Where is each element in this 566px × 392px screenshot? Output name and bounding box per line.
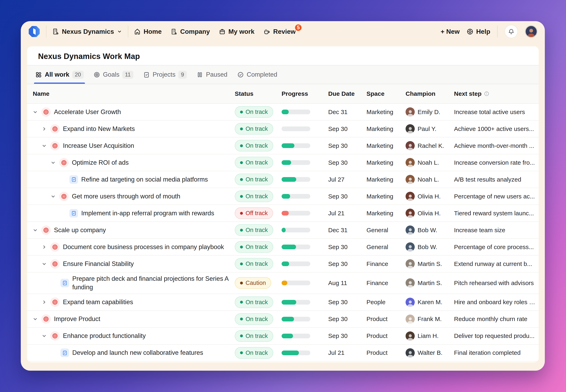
- row-name-label: Prepare pitch deck and financial project…: [72, 275, 232, 292]
- new-button[interactable]: + New: [441, 28, 460, 35]
- table-row[interactable]: Accelerate User Growth On track Dec 31 M…: [27, 104, 539, 121]
- column-header-next-step: Next step: [454, 90, 539, 97]
- champion-avatar: [405, 175, 415, 184]
- table-row[interactable]: Develop and launch new collaborative fea…: [27, 345, 539, 362]
- nav-item-review[interactable]: Review: [264, 28, 296, 35]
- row-name-label: Increase User Acquisition: [63, 141, 134, 150]
- due-date: Jul 21: [328, 349, 367, 356]
- goal-target-icon: [41, 225, 51, 235]
- table-row[interactable]: Prepare pitch deck and financial project…: [27, 272, 539, 294]
- table-row[interactable]: Scale up company On track Dec 31 General…: [27, 222, 539, 239]
- expand-toggle[interactable]: [50, 160, 56, 166]
- tab-label: Completed: [247, 71, 277, 78]
- expand-toggle[interactable]: [41, 299, 47, 305]
- app-logo[interactable]: [28, 25, 40, 38]
- expand-toggle[interactable]: [32, 109, 38, 115]
- expand-toggle[interactable]: [50, 194, 56, 199]
- tab-count: 20: [72, 71, 84, 79]
- progress-fill: [282, 160, 291, 165]
- progress-cell: [282, 245, 328, 249]
- name-cell: Optimize ROI of ads: [27, 156, 235, 169]
- app-window: Nexus Dynamics Home: [21, 21, 545, 371]
- goal-target-icon: [41, 314, 51, 324]
- status-label: On track: [246, 193, 268, 200]
- table-row[interactable]: Enhance product functionality On track S…: [27, 328, 539, 345]
- table-row[interactable]: Implement in-app referral program with r…: [27, 205, 539, 222]
- tab-all-work[interactable]: All work 20: [35, 66, 84, 84]
- status-badge[interactable]: On track: [235, 347, 273, 359]
- progress-cell: [282, 143, 328, 148]
- workspace-switcher[interactable]: Nexus Dynamics: [52, 28, 122, 35]
- status-badge[interactable]: On track: [235, 106, 273, 118]
- progress-fill: [282, 300, 296, 305]
- coffee-icon: [264, 28, 270, 35]
- briefcase-icon: [219, 28, 225, 35]
- expand-toggle[interactable]: [32, 227, 38, 233]
- status-badge[interactable]: On track: [235, 157, 273, 168]
- row-name-label: Accelerate User Growth: [54, 108, 121, 116]
- status-badge[interactable]: On track: [235, 296, 273, 308]
- user-avatar[interactable]: [525, 25, 537, 38]
- tab-projects[interactable]: Projects 9: [143, 66, 187, 84]
- table-row[interactable]: Expand team capabilities On track Sep 30…: [27, 294, 539, 311]
- status-badge[interactable]: Caution: [235, 277, 271, 289]
- table-row[interactable]: Get more users through word of mouth On …: [27, 188, 539, 205]
- table-row[interactable]: Expand into New Markets On track Sep 30 …: [27, 121, 539, 138]
- next-step-cell: Final iteration completed: [454, 349, 539, 356]
- tab-paused[interactable]: Paused: [196, 66, 227, 84]
- expand-toggle[interactable]: [41, 244, 47, 250]
- help-button[interactable]: Help: [467, 28, 490, 35]
- status-badge[interactable]: On track: [235, 313, 273, 325]
- project-clipboard-icon: [60, 349, 69, 357]
- column-header-space: Space: [367, 90, 405, 97]
- status-badge[interactable]: On track: [235, 174, 273, 185]
- next-step-label: Increase total active users: [454, 109, 525, 115]
- expand-toggle[interactable]: [41, 333, 47, 339]
- tab-goals[interactable]: Goals 11: [93, 66, 133, 84]
- table-row[interactable]: Improve Product On track Sep 30 Product …: [27, 311, 539, 328]
- progress-bar: [282, 334, 310, 338]
- name-cell: Scale up company: [27, 224, 235, 237]
- table-row[interactable]: Ensure Financial Stability On track Sep …: [27, 256, 539, 272]
- next-step-header-label: Next step: [454, 90, 481, 97]
- person-silhouette-icon: [406, 350, 414, 357]
- nav-item-my-work[interactable]: My work: [219, 28, 254, 35]
- champion-cell: Rachel K.: [405, 141, 454, 150]
- progress-bar: [282, 211, 310, 215]
- status-badge[interactable]: On track: [235, 330, 273, 342]
- expand-toggle[interactable]: [32, 316, 38, 322]
- nav-divider: [46, 26, 46, 37]
- project-clipboard-icon: [60, 279, 69, 287]
- status-badge[interactable]: On track: [235, 123, 273, 135]
- target-icon: [93, 71, 100, 78]
- status-badge[interactable]: On track: [235, 140, 273, 152]
- next-step-cell: Extend runway at current b...: [454, 260, 539, 267]
- next-step-label: Tiered reward system launc...: [454, 210, 534, 217]
- expand-toggle[interactable]: [41, 126, 47, 132]
- champion-cell: Walter B.: [405, 348, 454, 357]
- table-row[interactable]: Refine ad targeting on social media plat…: [27, 171, 539, 188]
- table-row[interactable]: Document core business processes in comp…: [27, 239, 539, 256]
- status-badge[interactable]: Off track: [235, 207, 273, 219]
- champion-name: Bob W.: [417, 227, 437, 234]
- champion-avatar: [405, 259, 415, 268]
- name-cell: Document core business processes in comp…: [27, 240, 235, 254]
- new-button-label: + New: [441, 28, 460, 35]
- table-row[interactable]: Optimize ROI of ads On track Sep 30 Mark…: [27, 154, 539, 171]
- nav-item-company[interactable]: Company: [171, 28, 210, 35]
- status-badge[interactable]: On track: [235, 224, 273, 236]
- tab-completed[interactable]: Completed: [237, 66, 277, 84]
- table-row[interactable]: Increase User Acquisition On track Sep 3…: [27, 138, 539, 154]
- name-cell: Accelerate User Growth: [27, 105, 235, 119]
- nav-item-home[interactable]: Home: [134, 28, 162, 35]
- person-silhouette-icon: [406, 299, 414, 307]
- expand-toggle[interactable]: [41, 261, 47, 267]
- expand-toggle[interactable]: [41, 143, 47, 149]
- info-icon[interactable]: [484, 91, 489, 96]
- nav-divider: [497, 26, 498, 37]
- status-badge[interactable]: On track: [235, 191, 273, 202]
- notifications-button[interactable]: [505, 25, 518, 38]
- status-badge[interactable]: On track: [235, 241, 273, 253]
- goal-target-icon: [50, 124, 60, 134]
- status-badge[interactable]: On track: [235, 258, 273, 270]
